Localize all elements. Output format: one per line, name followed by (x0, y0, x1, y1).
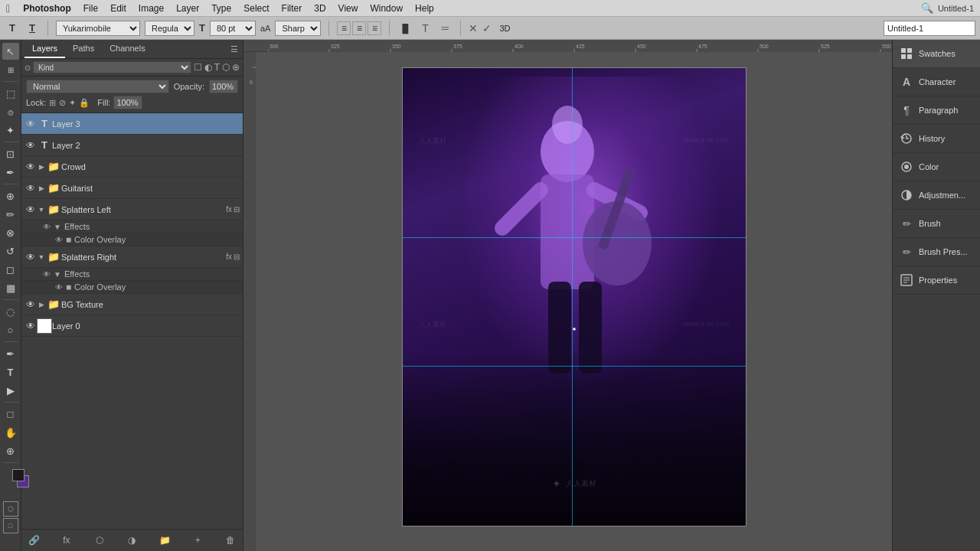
menu-window[interactable]: Window (364, 2, 408, 15)
menu-filter[interactable]: Filter (276, 2, 308, 15)
menu-view[interactable]: View (333, 2, 364, 15)
guitarist-visibility[interactable]: 👁 (24, 182, 37, 194)
pen-tool[interactable]: ✒ (2, 345, 19, 362)
font-size-select[interactable]: 80 pt (210, 21, 256, 36)
add-mask-btn[interactable]: ⬡ (92, 533, 107, 548)
opacity-input[interactable] (209, 80, 238, 93)
splatters-right-arrow[interactable]: ▼ (37, 251, 46, 263)
effects-expand-icon-sr[interactable]: ▼ (54, 270, 61, 279)
spot-heal-tool[interactable]: ⊕ (2, 187, 19, 204)
filter-pixel-icon[interactable]: ☐ (194, 62, 202, 73)
panel-brush[interactable]: ✏ Brush (893, 210, 980, 238)
character-panel-icon[interactable]: ═ (437, 21, 452, 36)
quick-mask-btn[interactable]: ⬡ (3, 501, 18, 517)
cancel-icon[interactable]: ✕ (469, 22, 478, 34)
panel-menu-btn[interactable]: ☰ (229, 40, 240, 58)
layer-item-guitarist[interactable]: 👁 ▶ 📁 Guitarist (21, 178, 243, 199)
splatters-right-visibility[interactable]: 👁 (24, 251, 37, 263)
tab-channels[interactable]: Channels (102, 40, 152, 58)
screen-mode-btn[interactable]: □ (3, 518, 18, 533)
panel-properties[interactable]: Properties (893, 266, 980, 295)
link-layers-btn[interactable]: 🔗 (26, 533, 41, 548)
bg-texture-arrow[interactable]: ▶ (37, 298, 46, 311)
bg-texture-visibility[interactable]: 👁 (24, 298, 37, 311)
menu-edit[interactable]: Edit (105, 2, 132, 15)
3d-mode-label[interactable]: 3D (499, 24, 510, 33)
move-tool[interactable]: ↖ (2, 43, 19, 60)
eyedropper-tool[interactable]: ✒ (2, 164, 19, 181)
menu-3d[interactable]: 3D (309, 2, 331, 15)
layer-item-layer3[interactable]: 👁 T Layer 3 (21, 113, 243, 135)
fill-input[interactable] (113, 96, 142, 109)
blend-mode-select[interactable]: Normal (26, 80, 169, 93)
align-right-icon[interactable]: ≡ (368, 21, 381, 35)
zoom-tool[interactable]: ⊕ (2, 442, 19, 459)
panel-brush-presets[interactable]: ✏ Brush Pres... (893, 238, 980, 266)
effects-expand-icon[interactable]: ▼ (54, 223, 61, 231)
panel-swatches[interactable]: Swatches (893, 40, 980, 68)
history-brush-tool[interactable]: ↺ (2, 243, 19, 259)
panel-paragraph[interactable]: ¶ Paragraph (893, 96, 980, 125)
effects-eye-icon-sr[interactable]: 👁 (43, 270, 51, 279)
panel-color[interactable]: Color (893, 153, 980, 181)
font-family-select[interactable]: Yukarimobile (56, 21, 140, 36)
lasso-tool[interactable]: ⌾ (2, 103, 19, 120)
clone-tool[interactable]: ⊗ (2, 224, 19, 241)
lock-position-icon[interactable]: ✦ (69, 98, 76, 108)
add-fx-btn[interactable]: fx (59, 533, 74, 548)
lock-all-icon[interactable]: 🔒 (79, 98, 90, 108)
foreground-color[interactable] (12, 469, 24, 481)
color-overlay-eye-sl[interactable]: 👁 (55, 236, 63, 244)
type-tool[interactable]: T (2, 364, 19, 380)
marquee-tool[interactable]: ⬚ (2, 85, 19, 102)
panel-history[interactable]: History (893, 125, 980, 153)
layer-item-crowd[interactable]: 👁 ▶ 📁 Crowd (21, 156, 243, 178)
new-group-btn[interactable]: 📁 (157, 533, 172, 548)
new-layer-btn[interactable]: + (190, 533, 205, 548)
align-left-icon[interactable]: ≡ (337, 21, 351, 35)
layer-item-splatters-left[interactable]: 👁 ▼ 📁 Splatters Left fx ⊟ (21, 199, 243, 220)
path-select-tool[interactable]: ▶ (2, 382, 19, 399)
warp-text-icon[interactable]: T (417, 21, 433, 36)
splatters-right-expand-btn[interactable]: ⊟ (234, 253, 240, 261)
shape-tool[interactable]: □ (2, 406, 19, 422)
tab-layers[interactable]: Layers (24, 40, 65, 58)
new-adjustment-btn[interactable]: ◑ (124, 533, 139, 548)
wand-tool[interactable]: ✦ (2, 122, 19, 139)
font-style-select[interactable]: Regular (145, 21, 194, 36)
filter-smart-icon[interactable]: ⊕ (232, 62, 240, 73)
color-overlay-eye-sr[interactable]: 👁 (55, 283, 63, 292)
crop-tool[interactable]: ⊡ (2, 145, 19, 162)
layer-item-bg-texture[interactable]: 👁 ▶ 📁 BG Texture (21, 294, 243, 315)
brush-tool[interactable]: ✏ (2, 206, 19, 223)
menu-help[interactable]: Help (410, 2, 439, 15)
layer0-visibility[interactable]: 👁 (24, 320, 37, 332)
delete-layer-btn[interactable]: 🗑 (223, 533, 238, 548)
type-tool-alt-icon[interactable]: T (24, 21, 40, 36)
search-icon[interactable]: 🔍 (921, 2, 933, 14)
splatters-left-arrow[interactable]: ▼ (37, 204, 46, 216)
layer-type-filter[interactable]: Kind (33, 61, 191, 73)
crowd-arrow[interactable]: ▶ (37, 161, 46, 173)
artboard-tool[interactable]: ⊞ (2, 61, 19, 78)
menu-file[interactable]: File (78, 2, 103, 15)
align-center-icon[interactable]: ≡ (352, 21, 366, 35)
tab-paths[interactable]: Paths (65, 40, 102, 58)
panel-adjustments[interactable]: Adjustmen... (893, 181, 980, 210)
canvas-image[interactable]: 人人素材 www.rr-sc.com 人人素材 www.rr-sc.com ✦ … (402, 67, 746, 527)
gradient-tool[interactable]: ▦ (2, 279, 19, 296)
guitarist-arrow[interactable]: ▶ (37, 182, 46, 194)
effects-eye-icon[interactable]: 👁 (43, 223, 51, 231)
splatters-left-expand-btn[interactable]: ⊟ (234, 205, 240, 214)
filter-shape-icon[interactable]: ⬡ (222, 62, 230, 73)
blur-tool[interactable]: ◌ (2, 303, 19, 320)
lock-gradient-icon[interactable]: ⊘ (59, 98, 66, 108)
crowd-visibility[interactable]: 👁 (24, 161, 37, 173)
canvas-content[interactable]: 人人素材 www.rr-sc.com 人人素材 www.rr-sc.com ✦ … (256, 52, 892, 551)
menu-select[interactable]: Select (238, 2, 274, 15)
menu-image[interactable]: Image (133, 2, 169, 15)
hand-tool[interactable]: ✋ (2, 424, 19, 441)
menu-type[interactable]: Type (206, 2, 237, 15)
menu-photoshop[interactable]: Photoshop (18, 2, 77, 15)
filter-adjust-icon[interactable]: ◐ (204, 62, 212, 73)
